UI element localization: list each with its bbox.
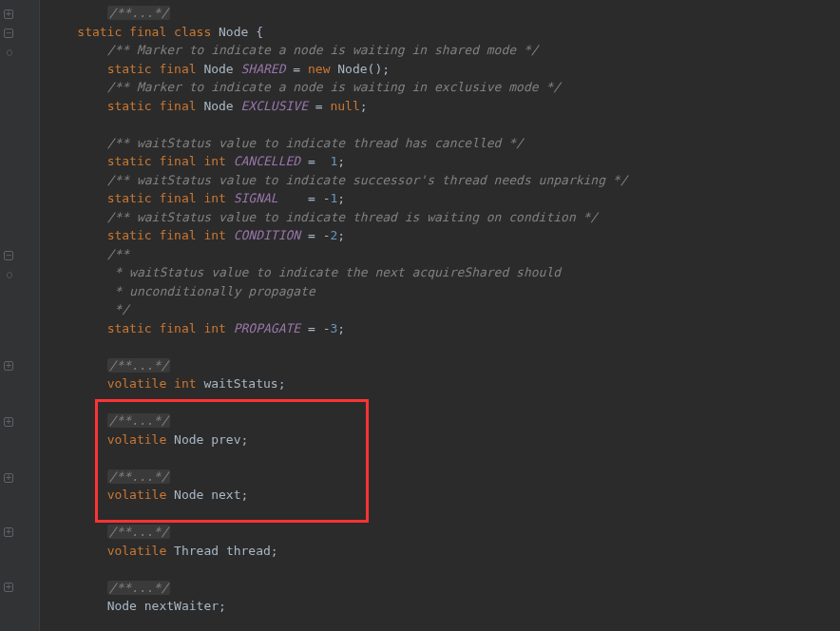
code-line: static final int PROPAGATE = -3;	[40, 319, 840, 338]
code-line: /** waitStatus value to indicate thread …	[40, 134, 840, 153]
fold-toggle-icon[interactable]: −	[4, 251, 13, 260]
code-line: /** waitStatus value to indicate success…	[40, 171, 840, 190]
code-line	[40, 337, 840, 356]
fold-toggle-icon[interactable]: −	[4, 29, 13, 38]
code-line: /**...*/	[40, 468, 840, 487]
code-line	[40, 560, 840, 579]
fold-toggle-icon[interactable]: +	[4, 583, 13, 592]
fold-toggle-icon[interactable]: +	[4, 361, 13, 371]
code-line	[40, 393, 840, 412]
code-line: volatile Node next;	[40, 486, 840, 505]
fold-toggle-icon[interactable]: +	[4, 417, 13, 427]
class-gutter-icon: ◯	[4, 269, 15, 280]
code-line	[40, 505, 840, 524]
code-line: static final int CANCELLED = 1;	[40, 152, 840, 171]
code-line: /** waitStatus value to indicate thread …	[40, 208, 840, 227]
code-line: * unconditionally propagate	[40, 282, 840, 301]
fold-toggle-icon[interactable]: +	[4, 10, 13, 19]
class-gutter-icon: ◯	[4, 47, 15, 58]
code-line: /**...*/	[40, 4, 840, 23]
code-line: /** Marker to indicate a node is waiting…	[40, 41, 840, 60]
fold-comment[interactable]: /**...*/	[107, 525, 171, 539]
code-line: volatile Thread thread;	[40, 542, 840, 561]
code-line: volatile int waitStatus;	[40, 374, 840, 393]
fold-comment[interactable]: /**...*/	[107, 581, 171, 595]
editor-gutter: +−◯−◯+++++	[0, 0, 40, 631]
code-line: static final int SIGNAL = -1;	[40, 189, 840, 208]
code-line: /**...*/	[40, 523, 840, 542]
code-line: /**...*/	[40, 356, 840, 375]
fold-toggle-icon[interactable]: +	[4, 473, 13, 483]
code-line: * waitStatus value to indicate the next …	[40, 263, 840, 282]
fold-toggle-icon[interactable]: +	[4, 527, 13, 537]
code-line	[40, 115, 840, 134]
code-line: /**...*/	[40, 411, 840, 430]
fold-comment[interactable]: /**...*/	[107, 6, 171, 20]
code-editor[interactable]: /**...*/ static final class Node { /** M…	[40, 0, 840, 631]
code-line	[40, 449, 840, 468]
code-line: static final Node SHARED = new Node();	[40, 60, 840, 79]
code-line: static final int CONDITION = -2;	[40, 226, 840, 245]
fold-comment[interactable]: /**...*/	[107, 358, 171, 373]
code-line: /**...*/	[40, 579, 840, 598]
code-line: static final class Node {	[40, 23, 840, 42]
code-line: /**	[40, 245, 840, 264]
fold-comment[interactable]: /**...*/	[107, 413, 171, 428]
code-line: static final Node EXCLUSIVE = null;	[40, 97, 840, 116]
code-line: volatile Node prev;	[40, 430, 840, 449]
fold-comment[interactable]: /**...*/	[107, 469, 171, 484]
code-line: */	[40, 300, 840, 319]
code-line: /** Marker to indicate a node is waiting…	[40, 78, 840, 97]
code-line: Node nextWaiter;	[40, 597, 840, 616]
